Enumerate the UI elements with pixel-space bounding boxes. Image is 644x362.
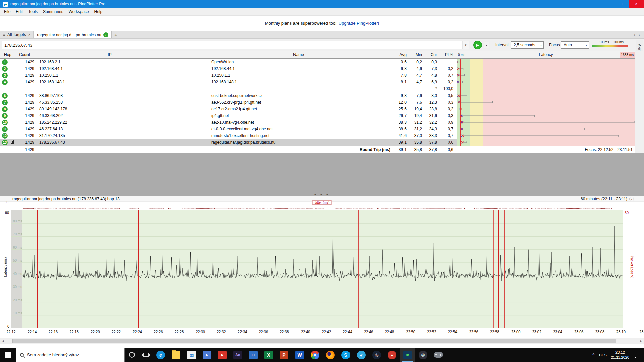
latency-cell (457, 85, 635, 92)
youtube-taskbar-button[interactable]: ▶ (215, 348, 230, 362)
video-monitor-taskbar-button[interactable]: □ (246, 348, 261, 362)
tray-time: 23:12 (611, 350, 629, 355)
x-tick-label: 22:50 (406, 330, 415, 334)
chevron-down-icon: ▾ (584, 44, 587, 47)
menu-bar: FileEditToolsSummariesWorkspaceHelp (0, 8, 644, 16)
menu-help[interactable]: Help (92, 8, 105, 15)
target-address-combo[interactable]: 178.236.67.43 ▾ (2, 41, 469, 49)
file-explorer-taskbar-button[interactable] (168, 348, 184, 362)
start-button[interactable] (0, 348, 16, 362)
name-cell: 192.168.44.1 (211, 65, 386, 72)
menu-edit[interactable]: Edit (13, 8, 25, 15)
pingplotter-taskbar-button[interactable]: ≈ (400, 348, 415, 362)
trace-row-hop-13[interactable]: 131429178.236.67.43ragequitar.nar.jag.do… (0, 139, 635, 146)
scroll-right-icon[interactable]: ▸ (638, 338, 644, 344)
trace-row-hop-timeout[interactable]: -*100,0 (0, 85, 635, 92)
x-tick-label: 22:40 (301, 330, 310, 334)
trace-row-hop-3[interactable]: 3142910.250.1.110.250.1.17,84,74,80,7 (0, 72, 635, 79)
trace-row-hop-4[interactable]: 41429192.168.148.1192.168.148.18,14,76,9… (0, 79, 635, 85)
trace-row-hop-6[interactable]: 6142988.86.97.108cust-boknet.supernetwor… (0, 92, 635, 99)
column-pl[interactable]: PL% (438, 51, 453, 59)
powerpoint-taskbar-button[interactable]: P (276, 348, 292, 362)
x-tick-label: 22:12 (6, 330, 16, 334)
name-cell: ip4.gtt.net (211, 112, 386, 119)
word-taskbar-button[interactable]: W (292, 348, 307, 362)
scrollbar-thumb[interactable] (12, 339, 616, 343)
after-effects-taskbar-button[interactable]: Ae (230, 348, 246, 362)
column-avg[interactable]: Avg (386, 51, 407, 59)
menu-summaries[interactable]: Summaries (40, 8, 66, 15)
pinned-apps: e▦▶▶Ae□XPWS▶◎▲≈◎ (153, 348, 446, 362)
chevron-down-icon[interactable]: ▾ (629, 197, 634, 201)
firefox-taskbar-button[interactable] (323, 348, 338, 362)
pingplotter-window: ragequitar.nar.jag.dor.pa.brutalcs.nu - … (0, 0, 644, 362)
tray-expand-icon[interactable]: ^ (592, 352, 595, 357)
skype-taskbar-button[interactable]: S (338, 348, 354, 362)
column-count[interactable]: Count (15, 51, 34, 59)
excel-taskbar-button[interactable]: X (261, 348, 276, 362)
trace-toolbar: 178.236.67.43 ▾ ▶ ▾ Interval 2,5 seconds… (0, 39, 644, 51)
trace-row-hop-9[interactable]: 9142946.33.68.202ip4.gtt.net26,719,431,6… (0, 112, 635, 119)
language-indicator[interactable]: CES (599, 353, 607, 357)
chrome-taskbar-button[interactable] (307, 348, 323, 362)
menu-file[interactable]: File (1, 8, 13, 15)
tab-all-targets[interactable]: ≡ All Targets × (0, 31, 34, 38)
new-tab-button[interactable]: + (112, 31, 120, 38)
trace-row-hop-11[interactable]: 11142946.227.64.13et-0-0-0-excellent.mal… (0, 126, 635, 132)
taskbar-clock[interactable]: 23:12 21.11.2020 (611, 350, 629, 360)
steam-taskbar-button[interactable]: ◎ (369, 348, 384, 362)
latency-cell (457, 132, 635, 139)
chevron-down-icon[interactable]: ▾ (462, 41, 469, 49)
count-cell: 1429 (15, 112, 34, 119)
films-tv-taskbar-button[interactable]: ▶ (199, 348, 215, 362)
column-latency[interactable]: Latency (457, 51, 635, 59)
trace-row-hop-7[interactable]: 7142946.33.85.253ae3-552.cr3-prg1.ip4.gt… (0, 99, 635, 106)
trace-options-dropdown[interactable]: ▾ (484, 42, 489, 48)
focus-select[interactable]: Auto ▾ (561, 41, 589, 49)
tab-scroll-left-icon[interactable]: ‹ (634, 32, 635, 37)
task-view-button[interactable] (139, 348, 153, 362)
chrome-icon (311, 351, 319, 359)
start-trace-button[interactable]: ▶ (473, 41, 482, 49)
trace-row-hop-10[interactable]: 101429185.242.229.22ae2-10.mal-vg4.obe.n… (0, 119, 635, 126)
trace-row-hop-8[interactable]: 8142989.149.143.178ae17.cr2-ams2.ip4.gtt… (0, 106, 635, 112)
taskbar-search-input[interactable]: Sem zadejte hledaný výraz (16, 348, 125, 362)
close-button[interactable]: × (629, 0, 644, 8)
notification-center-icon[interactable] (634, 353, 639, 357)
upgrade-link[interactable]: Upgrade PingPlotter! (339, 21, 379, 26)
minimize-button[interactable]: – (598, 0, 613, 8)
splitter-handle[interactable]: ● ● ● (0, 193, 644, 196)
game-controller-taskbar-button[interactable] (431, 348, 446, 362)
aimp-taskbar-button[interactable]: ▲ (384, 348, 400, 362)
obs-taskbar-button[interactable]: ◎ (415, 348, 431, 362)
menu-workspace[interactable]: Workspace (66, 8, 92, 15)
column-min[interactable]: Min (408, 51, 422, 59)
trace-row-hop-2[interactable]: 21429192.168.44.1192.168.44.16,84,67,30,… (0, 65, 635, 72)
edge-taskbar-button[interactable]: e (153, 348, 168, 362)
column-cur[interactable]: Cur (423, 51, 437, 59)
cortana-button[interactable] (125, 348, 139, 362)
hop-badge: 1 (2, 59, 10, 65)
name-cell: ae17.cr2-ams2.ip4.gtt.net (211, 106, 386, 112)
cur-cell: 23,8 (423, 106, 437, 112)
name-cell: mmo5-sto1.excellent-hosting.net (211, 132, 386, 139)
column-hop[interactable]: Hop (1, 51, 15, 59)
trace-row-hop-1[interactable]: 11429192.168.2.1OpenWrt.lan0,60,20,3 (0, 59, 635, 65)
maximize-button[interactable]: □ (613, 0, 629, 8)
upgrade-banner: Monthly plans are superpowered too! Upgr… (0, 16, 644, 31)
tab-scroll-right-icon[interactable]: › (639, 32, 640, 37)
menu-tools[interactable]: Tools (25, 8, 40, 15)
store-taskbar-button[interactable]: ▦ (184, 348, 199, 362)
scroll-left-icon[interactable]: ◂ (0, 338, 6, 344)
telegram-taskbar-button[interactable]: ▶ (354, 348, 369, 362)
min-cell: 31,2 (408, 126, 422, 132)
close-tab-icon[interactable]: × (28, 33, 30, 37)
avg-cell: 38,3 (386, 119, 407, 126)
column-ip[interactable]: IP (39, 51, 180, 59)
timeline-range-label[interactable]: 60 minutes (22:11 - 23:11) (581, 197, 627, 201)
column-name[interactable]: Name (211, 51, 386, 59)
interval-select[interactable]: 2,5 seconds ▾ (511, 41, 544, 49)
tab-active-target[interactable]: ragequitar.nar.jag.d....pa.brutalcs.nu ✓ (34, 31, 111, 38)
timeline-scrollbar[interactable]: ◂ ▸ (0, 338, 644, 344)
trace-row-hop-12[interactable]: 12142931.170.24.135mmo5-sto1.excellent-h… (0, 132, 635, 139)
